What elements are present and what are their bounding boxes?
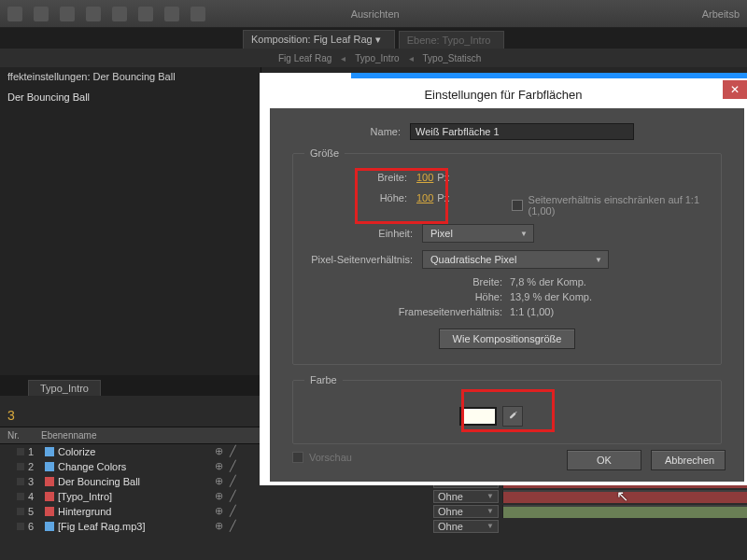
size-legend: Größe [304,147,345,159]
layer-name[interactable]: Colorize [54,446,215,457]
layer-track[interactable] [502,490,747,503]
dialog-body: Name: Größe Breite: 100Px Höhe: 100Px Se… [270,108,744,482]
aspect-lock-label: Seitenverhältnis einschränken auf 1:1 (1… [529,194,721,217]
pen-tool-icon[interactable] [138,7,153,21]
timeline-tab[interactable]: Typo_Intro [28,380,101,396]
width-value[interactable]: 100 [416,172,433,183]
aspect-lock-checkbox[interactable] [512,200,523,211]
par-label: Pixel-Seitenverhältnis: [304,254,422,265]
layer-name[interactable]: Der Bouncing Ball [54,476,215,487]
composition-tabs: Komposition: Fig Leaf Rag ▾ Ebene: Typo_… [0,28,747,49]
dialog-highlight [351,73,747,78]
height-value[interactable]: 100 [416,192,433,203]
blend-mode-select[interactable]: Ohne▼ [433,520,499,533]
dialog-title: Einstellungen für Farbflächen [424,88,582,102]
layer-color-icon [45,492,54,501]
brush-tool-icon[interactable] [164,7,179,21]
ok-button[interactable]: OK [567,450,641,470]
layer-tab[interactable]: Ebene: Typo_Intro [399,31,505,49]
height-label: Höhe: [304,192,416,203]
preview-checkbox[interactable] [292,452,303,463]
preview-label: Vorschau [309,452,352,463]
comp-size-button[interactable]: Wie Kompositionsgröße [439,329,576,349]
blend-mode-select[interactable]: Ohne▼ [433,490,499,503]
eyedropper-button[interactable] [502,406,523,427]
preview-row[interactable]: Vorschau [292,452,352,463]
layer-name[interactable]: Change Colors [54,461,215,472]
layer-index: 2 [7,461,41,472]
breadcrumb-item[interactable]: Typo_Statisch [423,53,482,63]
close-button[interactable]: ✕ [723,80,747,99]
eyedropper-icon [506,410,519,423]
stamp-tool-icon[interactable] [190,7,205,21]
text-tool-icon[interactable] [112,7,127,21]
effects-panel-tab[interactable]: ffekteinstellungen: Der Bouncing Ball [7,71,253,82]
layer-index: 3 [7,476,41,487]
timecode[interactable]: 3 [7,408,15,423]
layer-name[interactable]: Hintergrund [54,506,215,517]
layer-index: 6 [7,521,41,532]
selection-tool-icon[interactable] [7,7,22,21]
name-input[interactable] [410,123,634,140]
table-row[interactable]: 5Hintergrund⊕ ╱ Ohne▼ [0,504,747,519]
layer-name[interactable]: [Fig Leaf Rag.mp3] [54,521,215,532]
layer-color-icon [45,447,54,456]
table-row[interactable]: 4[Typo_Intro]⊕ ╱ Ohne▼ [0,489,747,504]
blend-mode-select[interactable]: Ohne▼ [433,505,499,518]
layer-index: 5 [7,506,41,517]
align-label[interactable]: Ausrichten [351,8,400,20]
color-group: Farbe [292,374,722,444]
hand-tool-icon[interactable] [34,7,49,21]
table-row[interactable]: 6[Fig Leaf Rag.mp3]⊕ ╱ Ohne▼ [0,519,747,534]
breadcrumb-item[interactable]: Typo_Intro [355,53,399,63]
effects-target-name: Der Bouncing Ball [7,91,253,103]
layer-color-icon [45,522,54,531]
layer-switches[interactable]: ⊕ ╱ [215,505,317,517]
breadcrumb: Fig Leaf Rag◂ Typo_Intro◂ Typo_Statisch [0,49,747,67]
layer-switches[interactable]: ⊕ ╱ [215,490,317,502]
cancel-button[interactable]: Abbrechen [651,450,726,470]
workspace-label[interactable]: Arbeitsb [702,8,740,20]
comp-tab-main[interactable]: Komposition: Fig Leaf Rag ▾ [243,30,395,49]
effects-panel: ffekteinstellungen: Der Bouncing Ball De… [0,67,261,375]
rotate-tool-icon[interactable] [86,7,101,21]
aspect-lock-row[interactable]: Seitenverhältnis einschränken auf 1:1 (1… [512,194,721,217]
col-layername: Ebenenname [41,430,200,441]
layer-switches[interactable]: ⊕ ╱ [215,520,317,532]
main-toolbar[interactable]: Ausrichten Arbeitsb [0,0,747,28]
col-number: Nr. [7,430,41,441]
name-label: Name: [292,126,410,137]
color-swatch[interactable] [459,407,497,426]
par-select[interactable]: Quadratische Pixel [422,250,609,269]
color-legend: Farbe [304,374,343,385]
layer-track[interactable] [502,505,747,518]
size-group: Größe Breite: 100Px Höhe: 100Px Seitenve… [292,147,722,365]
zoom-tool-icon[interactable] [60,7,75,21]
layer-index: 1 [7,446,41,457]
layer-color-icon [45,477,54,486]
breadcrumb-item[interactable]: Fig Leaf Rag [278,53,331,63]
unit-label: Einheit: [304,228,422,239]
layer-name[interactable]: [Typo_Intro] [54,491,215,502]
unit-select[interactable]: Pixel [422,224,534,243]
layer-index: 4 [7,491,41,502]
width-label: Breite: [304,172,416,183]
layer-color-icon [45,462,54,471]
layer-color-icon [45,507,54,516]
dialog-titlebar[interactable]: Einstellungen für Farbflächen [260,80,747,108]
size-info: Breite:7,8 % der Komp. Höhe:13,9 % der K… [388,276,710,317]
